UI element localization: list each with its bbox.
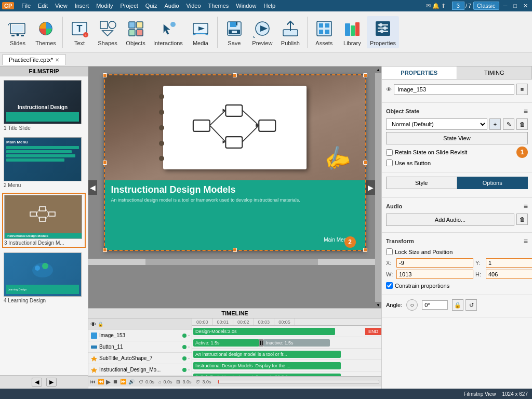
toolbar-themes[interactable]: Themes xyxy=(32,16,59,48)
angle-lock-btn[interactable]: 🔒 xyxy=(452,299,463,311)
delete-state-btn[interactable]: 🗑 xyxy=(516,118,528,130)
bar-btn-inactive[interactable]: Inactive: 1.5s xyxy=(263,339,329,347)
ruler-bar: 00:00 00:01 00:02 00:03 00:05 xyxy=(192,318,381,326)
stop-button[interactable]: ⏹ xyxy=(113,379,118,384)
audio-menu-icon[interactable]: ≡ xyxy=(524,202,528,210)
w-input[interactable] xyxy=(396,270,473,279)
y-input[interactable] xyxy=(486,258,532,268)
menu-file[interactable]: File xyxy=(18,2,34,10)
status-dimensions: 1024 x 627 xyxy=(502,391,528,397)
menu-insert[interactable]: Insert xyxy=(72,2,92,10)
slide-thumb-1: Instructional Design xyxy=(4,80,82,124)
svg-rect-45 xyxy=(39,217,46,221)
state-view-btn[interactable]: State View xyxy=(386,132,528,144)
slide-item-1[interactable]: Instructional Design 1 Title Slide xyxy=(2,78,86,132)
svg-rect-54 xyxy=(193,120,210,131)
transform-section: Transform ≡ Lock Size and Position X: Y:… xyxy=(382,233,532,295)
audio-delete-btn[interactable]: 🗑 xyxy=(516,214,528,225)
canvas-next-arrow[interactable]: ▶ xyxy=(366,180,375,195)
options-btn[interactable]: Options xyxy=(457,177,528,189)
menu-window[interactable]: Window xyxy=(233,2,259,10)
track-dot-4 xyxy=(182,368,187,372)
angle-dial[interactable]: ○ xyxy=(406,299,418,311)
style-options-section: Style Options xyxy=(382,172,532,198)
angle-input[interactable] xyxy=(422,300,448,310)
transform-menu-icon[interactable]: ≡ xyxy=(524,237,528,245)
menu-themes[interactable]: Themes xyxy=(205,2,232,10)
edit-state-btn[interactable]: ✎ xyxy=(503,118,514,130)
filmstrip-prev[interactable]: ◀ xyxy=(32,378,42,387)
menu-video[interactable]: Video xyxy=(183,2,204,10)
lock-toggle[interactable]: 🔒 xyxy=(98,322,103,327)
retain-state-checkbox[interactable] xyxy=(386,149,393,156)
vertical-scrollbar[interactable]: ▲ ▼ xyxy=(375,66,381,308)
toolbar-publish[interactable]: Publish xyxy=(277,16,304,48)
svg-rect-24 xyxy=(232,31,237,33)
slide-item-4[interactable]: Learning Design 4 Learning Design xyxy=(2,251,86,305)
menu-audio[interactable]: Audio xyxy=(161,2,182,10)
toolbar-preview[interactable]: Preview xyxy=(249,16,276,48)
menu-edit[interactable]: Edit xyxy=(35,2,51,10)
menu-quiz[interactable]: Quiz xyxy=(142,2,161,10)
horizontal-scroll-thumb[interactable] xyxy=(145,259,317,265)
toolbar-assets[interactable]: Assets xyxy=(311,16,338,48)
use-as-button-label: Use as Button xyxy=(395,160,431,166)
eye-toggle[interactable]: 👁 xyxy=(90,321,96,327)
slide-item-2[interactable]: Main Menu 2 Menu xyxy=(2,136,86,190)
toolbar-slides[interactable]: Slides xyxy=(4,16,31,48)
play-button[interactable]: ▶ xyxy=(106,378,111,385)
bar-pause: ⏸ xyxy=(259,339,263,347)
menu-project[interactable]: Project xyxy=(117,2,141,10)
angle-reset-btn[interactable]: ↺ xyxy=(466,299,477,311)
mode-button[interactable]: Classic xyxy=(473,2,499,10)
toolbar-interactions[interactable]: Interactions xyxy=(150,16,186,48)
menu-view[interactable]: View xyxy=(52,2,71,10)
svg-rect-55 xyxy=(226,105,243,116)
toolbar-properties[interactable]: Properties xyxy=(367,16,399,48)
toolbar-library[interactable]: Library xyxy=(339,16,366,48)
slide-item-3[interactable]: Instructional Design Models 3 Instructio… xyxy=(2,193,86,248)
x-input[interactable] xyxy=(396,258,473,268)
bar-idm[interactable]: Instructional Design Models :Display for… xyxy=(193,362,341,369)
main-tab[interactable]: PracticeFile.cptx* ✕ xyxy=(2,54,66,65)
svg-marker-69 xyxy=(91,367,97,373)
lock-size-checkbox[interactable] xyxy=(386,248,393,255)
add-state-btn[interactable]: + xyxy=(489,118,501,130)
horizontal-scrollbar[interactable] xyxy=(88,259,375,265)
add-audio-btn[interactable]: Add Audio... xyxy=(386,214,514,226)
bar-btn-active[interactable]: Active: 1.5s xyxy=(193,339,259,347)
toolbar-objects[interactable]: Objects xyxy=(122,16,149,48)
style-btn[interactable]: Style xyxy=(386,177,457,189)
app-logo: CP xyxy=(2,2,14,9)
notebook-image: ✍️ xyxy=(105,75,365,180)
state-menu-icon[interactable]: ≡ xyxy=(524,107,528,115)
constrain-checkbox[interactable] xyxy=(386,282,393,289)
bar-subtitle[interactable]: An instructional design model is a tool … xyxy=(193,351,341,358)
minimize-button[interactable]: ─ xyxy=(501,3,510,9)
filmstrip-content: Instructional Design 1 Title Slide Main … xyxy=(0,76,88,375)
menu-modify[interactable]: Modify xyxy=(93,2,116,10)
h-input[interactable] xyxy=(486,270,532,279)
maximize-button[interactable]: □ xyxy=(511,3,519,9)
state-dropdown[interactable]: Normal (Default) xyxy=(386,118,487,130)
toolbar-save[interactable]: Save xyxy=(221,16,248,48)
close-button[interactable]: ✕ xyxy=(521,3,530,9)
props-menu-btn[interactable]: ≡ xyxy=(516,84,528,95)
object-name-input[interactable] xyxy=(394,84,514,95)
use-as-button-checkbox[interactable] xyxy=(386,159,393,166)
tab-timing[interactable]: TIMING xyxy=(457,66,533,79)
toolbar-text[interactable]: T + Text xyxy=(66,16,93,48)
toolbar-shapes[interactable]: Shapes xyxy=(94,16,121,48)
timeline-scrubber[interactable] xyxy=(218,380,380,384)
bar-image153[interactable]: Design-Models:3.0s xyxy=(193,328,335,335)
tab-properties[interactable]: PROPERTIES xyxy=(382,66,457,79)
filmstrip-next[interactable]: ▶ xyxy=(46,378,57,387)
menu-help[interactable]: Help xyxy=(260,2,278,10)
toolbar-media[interactable]: Media xyxy=(187,16,214,48)
canvas-prev-arrow[interactable]: ◀ xyxy=(88,180,97,195)
page-current[interactable] xyxy=(452,2,464,10)
sep-3 xyxy=(307,17,308,48)
svg-rect-44 xyxy=(39,207,46,211)
bar-image13[interactable]: 6. Sub Topic Header Layout_2-assets-02:3… xyxy=(193,374,341,377)
tab-close[interactable]: ✕ xyxy=(55,57,59,63)
